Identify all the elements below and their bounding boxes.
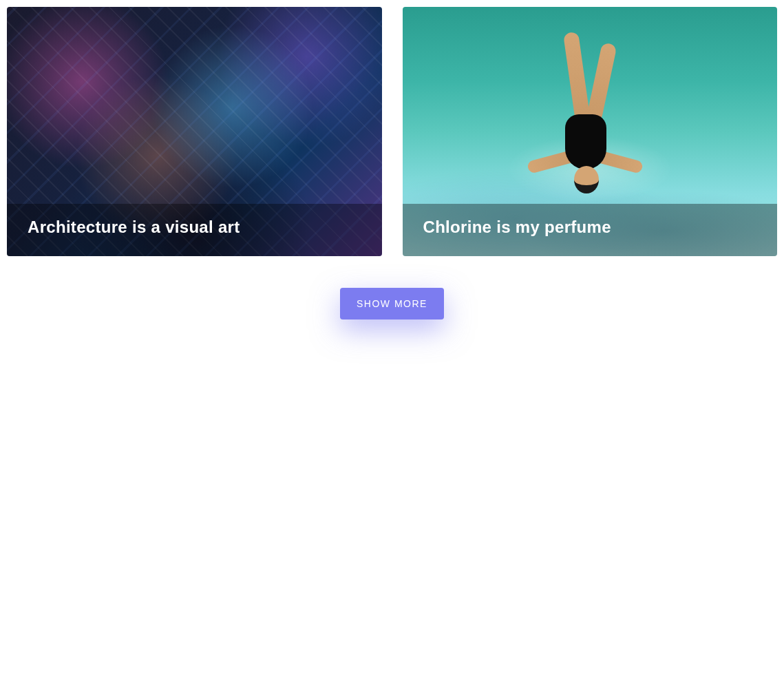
- card-title: Architecture is a visual art: [28, 218, 361, 237]
- card-overlay: Architecture is a visual art: [7, 204, 382, 256]
- swimmer-figure: [513, 32, 651, 224]
- show-more-button[interactable]: SHOW MORE: [340, 288, 444, 319]
- card-architecture[interactable]: Architecture is a visual art: [7, 7, 382, 256]
- card-title: Chlorine is my perfume: [423, 218, 757, 237]
- card-overlay: Chlorine is my perfume: [403, 204, 778, 256]
- card-chlorine[interactable]: Chlorine is my perfume: [403, 7, 778, 256]
- cards-grid: Architecture is a visual art Chlorine is…: [0, 0, 784, 263]
- button-container: SHOW MORE: [0, 288, 784, 319]
